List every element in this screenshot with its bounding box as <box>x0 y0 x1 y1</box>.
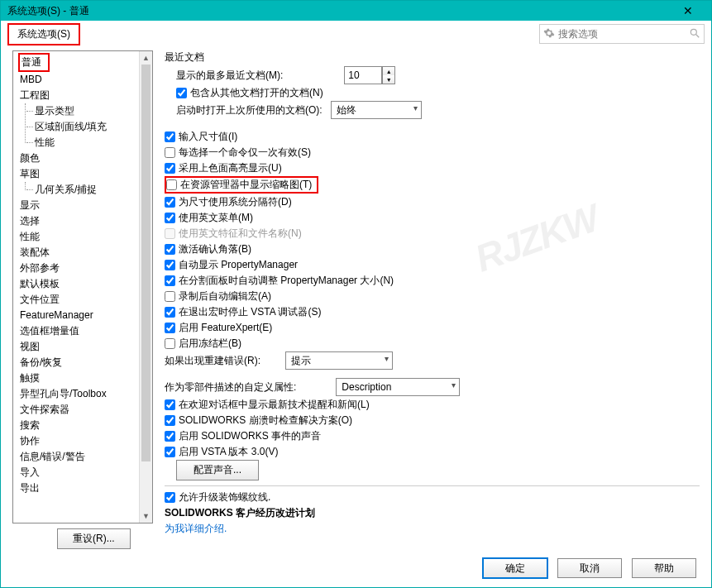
options-window: 系统选项(S) - 普通 ✕ 系统选项(S) 普通 MBD 工程图 显示类型 区… <box>0 0 712 588</box>
cat-import[interactable]: 导入 <box>18 465 152 480</box>
cat-performance[interactable]: 性能 <box>18 229 152 245</box>
cat-mbd[interactable]: MBD <box>18 72 152 88</box>
lbl-explorer-thumbs: 在资源管理器中显示缩略图(T) <box>180 178 312 192</box>
svg-point-0 <box>690 29 696 35</box>
lbl-edit-macro: 录制后自动编辑宏(A) <box>179 289 271 304</box>
custom-prop-select[interactable]: Description <box>336 378 460 396</box>
spin-down-icon[interactable]: ▼ <box>383 75 394 84</box>
cat-increment[interactable]: 选值框增量值 <box>18 323 152 339</box>
lbl-upgrade-thread: 允许升级装饰螺纹线. <box>179 490 270 504</box>
cat-msgs[interactable]: 信息/错误/警告 <box>18 449 152 465</box>
lbl-english-menu: 使用英文菜单(M) <box>179 211 253 225</box>
main-panel: RJZKW 最近文档 显示的最多最近文档(M): ▲▼ 包含从其他文档打开的文档… <box>165 50 700 549</box>
cb-featurexpert[interactable] <box>165 323 175 333</box>
cb-explorer-thumbs[interactable] <box>166 179 177 190</box>
cat-drawing-hatch[interactable]: 区域剖面线/填充 <box>33 119 152 135</box>
cat-export[interactable]: 导出 <box>18 480 152 496</box>
spin-up-icon[interactable]: ▲ <box>383 67 394 75</box>
cat-file-explorer[interactable]: 文件探索器 <box>18 402 152 418</box>
include-other-label: 包含从其他文档打开的文档(N) <box>190 86 323 100</box>
cb-welcome-news[interactable] <box>165 399 175 410</box>
cb-confirm-corner[interactable] <box>165 244 175 255</box>
lbl-vsta3: 启用 VSTA 版本 3.0(V) <box>179 445 278 459</box>
sidebar-scrollbar[interactable]: ▲ ▼ <box>139 51 152 523</box>
cat-general[interactable]: 普通 <box>18 53 50 72</box>
cb-shaded-highlight[interactable] <box>165 163 175 174</box>
custom-prop-label: 作为零部件描述的自定义属性: <box>165 380 296 394</box>
close-button[interactable]: ✕ <box>671 2 705 21</box>
divider <box>165 485 700 486</box>
cat-sketch[interactable]: 草图 <box>18 166 152 182</box>
footer: 确定 取消 帮助 <box>1 549 711 587</box>
cat-extref[interactable]: 外部参考 <box>18 261 152 276</box>
lbl-sys-separator: 为尺寸使用系统分隔符(D) <box>179 195 292 209</box>
cb-freeze-bar[interactable] <box>165 338 175 349</box>
lbl-confirm-corner: 激活确认角落(B) <box>179 242 251 256</box>
cat-assembly[interactable]: 装配体 <box>18 245 152 261</box>
cat-featuremanager[interactable]: FeatureManager <box>18 308 152 323</box>
cat-search[interactable]: 搜索 <box>18 418 152 433</box>
titlebar: 系统选项(S) - 普通 ✕ <box>1 1 711 21</box>
cb-upgrade-thread[interactable] <box>165 492 175 503</box>
cat-drawing[interactable]: 工程图 <box>18 88 152 103</box>
cat-backup[interactable]: 备份/恢复 <box>18 355 152 370</box>
cb-input-dim[interactable] <box>165 131 175 142</box>
cat-color[interactable]: 颜色 <box>18 151 152 166</box>
cat-drawing-display-type[interactable]: 显示类型 <box>33 103 152 119</box>
ok-button[interactable]: 确定 <box>483 558 547 578</box>
startup-select[interactable]: 始终 <box>331 101 422 119</box>
cb-auto-pm[interactable] <box>165 260 175 270</box>
cb-sounds[interactable] <box>165 431 175 442</box>
cat-default-template[interactable]: 默认模板 <box>18 276 152 292</box>
reset-button[interactable]: 重设(R)... <box>57 528 131 549</box>
category-sidebar: 普通 MBD 工程图 显示类型 区域剖面线/填充 性能 颜色 草图 几何关系/捕… <box>12 50 153 523</box>
max-recent-spinner[interactable]: ▲▼ <box>382 66 395 84</box>
cb-edit-macro[interactable] <box>165 291 175 302</box>
lbl-auto-pm: 自动显示 PropertyManager <box>179 258 298 272</box>
configure-sound-button[interactable]: 配置声音... <box>176 460 259 480</box>
cb-sys-separator[interactable] <box>165 197 175 208</box>
body: 普通 MBD 工程图 显示类型 区域剖面线/填充 性能 颜色 草图 几何关系/捕… <box>1 47 711 549</box>
program-link[interactable]: 为我详细介绍. <box>165 522 227 536</box>
cb-pm-resize[interactable] <box>165 275 175 286</box>
category-tree: 普通 MBD 工程图 显示类型 区域剖面线/填充 性能 颜色 草图 几何关系/捕… <box>13 51 152 498</box>
cat-sketch-relations[interactable]: 几何关系/捕捉 <box>33 182 152 198</box>
cb-single-cmd[interactable] <box>165 147 175 158</box>
lbl-shaded-highlight: 采用上色面高亮显示(U) <box>179 161 282 175</box>
cat-selection[interactable]: 选择 <box>18 213 152 229</box>
cb-english-menu[interactable] <box>165 213 175 223</box>
gear-icon <box>543 27 555 41</box>
scroll-up-icon[interactable]: ▲ <box>140 51 152 65</box>
cb-crash-check[interactable] <box>165 415 175 426</box>
cancel-button[interactable]: 取消 <box>557 558 622 578</box>
max-recent-input[interactable] <box>344 66 382 84</box>
cat-collab[interactable]: 协作 <box>18 433 152 449</box>
rebuild-select[interactable]: 提示 <box>285 351 393 370</box>
cat-file-location[interactable]: 文件位置 <box>18 292 152 308</box>
cat-hole-wizard[interactable]: 异型孔向导/Toolbox <box>18 386 152 402</box>
highlight-box: 在资源管理器中显示缩略图(T) <box>165 176 318 194</box>
startup-label: 启动时打开上次所使用的文档(O): <box>176 103 323 117</box>
lbl-freeze-bar: 启用冻结栏(B) <box>179 337 241 351</box>
include-other-checkbox[interactable] <box>176 88 187 98</box>
help-button[interactable]: 帮助 <box>632 558 696 578</box>
lbl-featurexpert: 启用 FeatureXpert(E) <box>179 321 272 335</box>
cat-view[interactable]: 视图 <box>18 339 152 355</box>
tab-system-options[interactable]: 系统选项(S) <box>7 23 80 45</box>
scroll-thumb[interactable] <box>141 65 151 461</box>
search-icon <box>689 27 700 41</box>
max-recent-label: 显示的最多最近文档(M): <box>176 69 283 83</box>
lbl-crash-check: SOLIDWORKS 崩溃时检查解决方案(O) <box>179 414 352 428</box>
cat-drawing-perf[interactable]: 性能 <box>33 135 152 151</box>
search-input[interactable] <box>558 28 689 40</box>
cb-vsta3[interactable] <box>165 447 175 457</box>
scroll-down-icon[interactable]: ▼ <box>140 509 152 523</box>
lbl-single-cmd: 每选择一个命令仅一次有效(S) <box>179 146 311 160</box>
search-field[interactable] <box>539 24 705 44</box>
topbar: 系统选项(S) <box>1 21 711 47</box>
lbl-welcome-news: 在欢迎对话框中显示最新技术提醒和新闻(L) <box>179 398 370 412</box>
cb-vsta-stop[interactable] <box>165 307 175 318</box>
cat-display[interactable]: 显示 <box>18 198 152 213</box>
cat-touch[interactable]: 触摸 <box>18 370 152 386</box>
window-title: 系统选项(S) - 普通 <box>7 4 671 18</box>
